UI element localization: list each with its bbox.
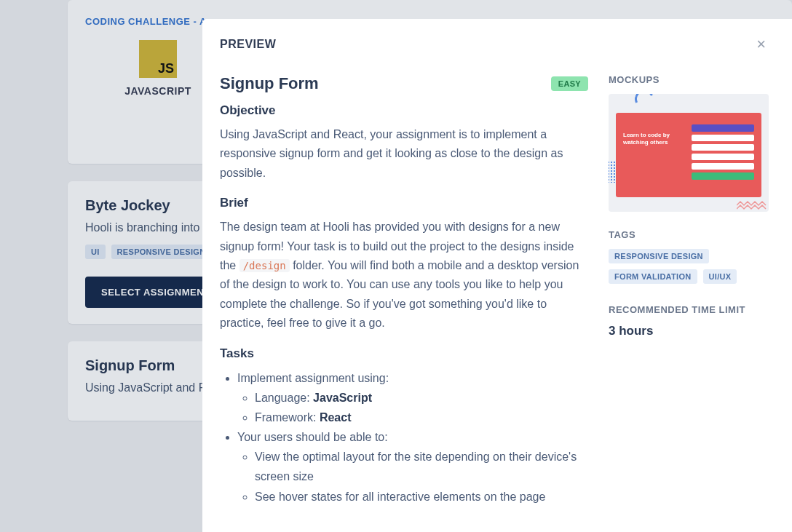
tag-ui-ux: UI/UX <box>703 269 737 284</box>
task-subitem: See hover states for all interactive ele… <box>255 487 588 507</box>
mockup-field <box>692 154 754 160</box>
logo-label: JAVASCRIPT <box>107 85 209 97</box>
close-icon[interactable]: × <box>753 36 769 52</box>
tag-ui: UI <box>85 245 106 259</box>
tag-responsive: RESPONSIVE DESIGN <box>111 245 212 259</box>
tasks-list: Implement assignment using: Language: Ja… <box>220 368 588 507</box>
tags-heading: TAGS <box>609 229 769 240</box>
content-title: Signup Form <box>220 74 319 93</box>
objective-text: Using JavaScript and React, your assignm… <box>220 125 588 183</box>
decorative-zigzag-icon <box>737 200 769 210</box>
mockup-headline: Learn to code by watching others <box>623 124 684 186</box>
time-limit-value: 3 hours <box>609 324 769 338</box>
preview-modal: PREVIEW × Signup Form EASY Objective Usi… <box>202 19 792 532</box>
mockup-field <box>692 163 754 170</box>
mockup-preview[interactable]: Learn to code by watching others <box>609 94 769 212</box>
tag-form-validation: FORM VALIDATION <box>609 269 697 284</box>
difficulty-badge: EASY <box>551 76 588 91</box>
tasks-heading: Tasks <box>220 346 588 361</box>
brief-heading: Brief <box>220 196 588 210</box>
brief-text: The design team at Hooli has provided yo… <box>220 218 588 333</box>
javascript-logo-icon: JS <box>139 40 177 78</box>
task-item: Implement assignment using: Language: Ja… <box>237 368 588 428</box>
mockup-field <box>692 135 754 141</box>
mockups-heading: MOCKUPS <box>609 74 769 85</box>
task-subitem: View the optimal layout for the site dep… <box>255 447 588 486</box>
task-subitem: Framework: React <box>255 408 588 427</box>
task-item: Your users should be able to: View the o… <box>237 427 588 507</box>
objective-heading: Objective <box>220 103 588 118</box>
select-assignment-button[interactable]: SELECT ASSIGNMEN <box>85 277 220 308</box>
mockup-cta <box>692 172 754 180</box>
mockup-banner <box>692 124 754 132</box>
task-subitem: Language: JavaScript <box>255 388 588 408</box>
tag-responsive-design: RESPONSIVE DESIGN <box>609 249 709 263</box>
code-path: /design <box>239 259 290 272</box>
time-limit-heading: RECOMMENDED TIME LIMIT <box>609 304 769 315</box>
mockup-field <box>692 144 754 151</box>
modal-title: PREVIEW <box>220 38 276 51</box>
decorative-arc-icon <box>632 94 656 111</box>
